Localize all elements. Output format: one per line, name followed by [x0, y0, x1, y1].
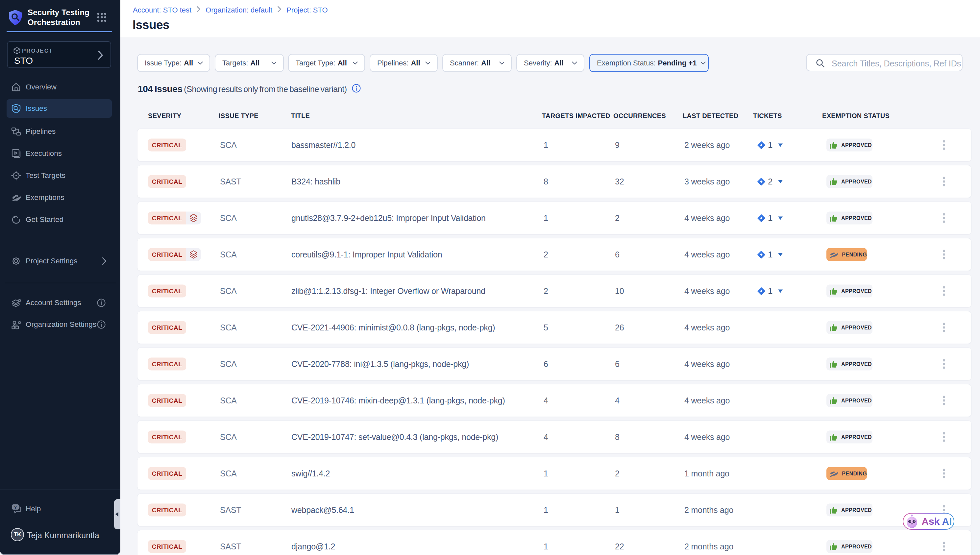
svg-text:?: ?	[14, 505, 17, 510]
